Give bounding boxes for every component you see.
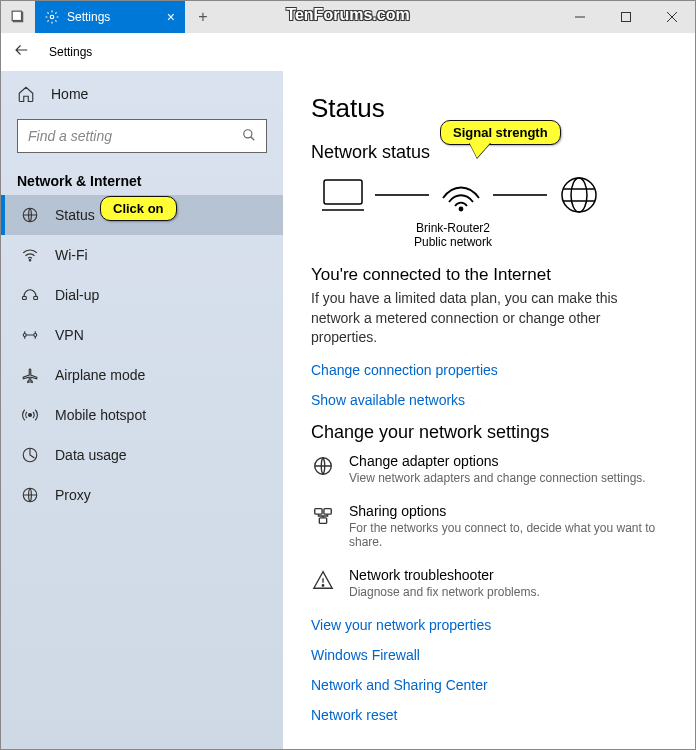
sidebar-item-label: VPN bbox=[55, 327, 84, 343]
svg-point-7 bbox=[244, 129, 252, 137]
link-view-network-properties[interactable]: View your network properties bbox=[311, 617, 667, 633]
svg-rect-18 bbox=[324, 180, 362, 204]
sidebar-item-dialup[interactable]: Dial-up bbox=[1, 275, 283, 315]
search-input[interactable] bbox=[28, 128, 242, 144]
sidebar-item-proxy[interactable]: Proxy bbox=[1, 475, 283, 515]
link-change-connection-properties[interactable]: Change connection properties bbox=[311, 362, 667, 378]
svg-point-10 bbox=[29, 260, 31, 262]
svg-rect-12 bbox=[34, 297, 38, 300]
network-diagram bbox=[311, 175, 667, 215]
settings-window: Settings × + Settings bbox=[0, 0, 696, 750]
sidebar-item-hotspot[interactable]: Mobile hotspot bbox=[1, 395, 283, 435]
svg-point-20 bbox=[562, 178, 596, 212]
network-status-heading: Network status bbox=[311, 142, 667, 163]
main-pane: Status Network status Brink-Router2 Publ… bbox=[283, 71, 695, 749]
sharing-icon bbox=[311, 503, 335, 549]
svg-point-21 bbox=[571, 178, 587, 212]
sidebar-home-label: Home bbox=[51, 86, 88, 102]
sidebar-section-header: Network & Internet bbox=[1, 167, 283, 195]
page-title: Status bbox=[311, 93, 667, 124]
svg-rect-23 bbox=[315, 508, 322, 514]
row-title: Network troubleshooter bbox=[349, 567, 667, 583]
hotspot-icon bbox=[21, 406, 39, 424]
row-desc: Diagnose and fix network problems. bbox=[349, 585, 667, 599]
dialup-icon bbox=[21, 286, 39, 304]
sidebar-item-wifi[interactable]: Wi-Fi bbox=[1, 235, 283, 275]
proxy-icon bbox=[21, 486, 39, 504]
sidebar-item-label: Proxy bbox=[55, 487, 91, 503]
status-icon bbox=[21, 206, 39, 224]
titlebar-left: Settings × + bbox=[1, 1, 221, 33]
computer-icon bbox=[319, 175, 367, 215]
svg-point-2 bbox=[50, 15, 54, 19]
wifi-signal-icon bbox=[437, 175, 485, 215]
data-usage-icon bbox=[21, 446, 39, 464]
svg-rect-4 bbox=[622, 13, 631, 22]
svg-rect-25 bbox=[319, 518, 326, 524]
airplane-icon bbox=[21, 366, 39, 384]
sidebar-item-datausage[interactable]: Data usage bbox=[1, 435, 283, 475]
connected-body: If you have a limited data plan, you can… bbox=[311, 289, 667, 348]
svg-rect-1 bbox=[12, 11, 21, 20]
row-title: Sharing options bbox=[349, 503, 667, 519]
sidebar-item-label: Wi-Fi bbox=[55, 247, 88, 263]
window-controls bbox=[557, 1, 695, 33]
content: Home Network & Internet Status Wi-Fi bbox=[1, 71, 695, 749]
svg-point-13 bbox=[23, 334, 26, 337]
link-network-reset[interactable]: Network reset bbox=[311, 707, 667, 723]
sidebar-item-status[interactable]: Status bbox=[1, 195, 283, 235]
close-button[interactable] bbox=[649, 1, 695, 33]
sidebar-item-label: Mobile hotspot bbox=[55, 407, 146, 423]
row-adapter-options[interactable]: Change adapter options View network adap… bbox=[311, 453, 667, 485]
link-show-available-networks[interactable]: Show available networks bbox=[311, 392, 667, 408]
header-title: Settings bbox=[49, 45, 92, 59]
adapter-icon bbox=[311, 453, 335, 485]
connected-title: You're connected to the Internet bbox=[311, 265, 667, 285]
row-desc: View network adapters and change connect… bbox=[349, 471, 667, 485]
svg-rect-24 bbox=[324, 508, 331, 514]
router-labels: Brink-Router2 Public network bbox=[373, 221, 533, 249]
sidebar-item-airplane[interactable]: Airplane mode bbox=[1, 355, 283, 395]
sidebar-home[interactable]: Home bbox=[1, 75, 283, 113]
svg-line-8 bbox=[251, 136, 255, 140]
svg-point-15 bbox=[29, 414, 32, 417]
sidebar-item-label: Airplane mode bbox=[55, 367, 145, 383]
svg-rect-11 bbox=[23, 297, 27, 300]
close-tab-icon[interactable]: × bbox=[167, 9, 175, 25]
diagram-line bbox=[375, 194, 429, 196]
wifi-icon bbox=[21, 246, 39, 264]
row-desc: For the networks you connect to, decide … bbox=[349, 521, 667, 549]
warning-icon bbox=[311, 567, 335, 599]
new-tab-button[interactable]: + bbox=[185, 1, 221, 33]
sidebar-item-label: Status bbox=[55, 207, 95, 223]
back-arrow-icon[interactable] bbox=[13, 41, 31, 63]
maximize-button[interactable] bbox=[603, 1, 649, 33]
sidebar-item-vpn[interactable]: VPN bbox=[1, 315, 283, 355]
svg-point-14 bbox=[34, 334, 37, 337]
globe-icon bbox=[555, 175, 603, 215]
svg-point-27 bbox=[322, 585, 323, 586]
home-icon bbox=[17, 85, 35, 103]
row-title: Change adapter options bbox=[349, 453, 667, 469]
sidebar-item-label: Dial-up bbox=[55, 287, 99, 303]
search-box[interactable] bbox=[17, 119, 267, 153]
search-icon bbox=[242, 128, 256, 145]
row-troubleshooter[interactable]: Network troubleshooter Diagnose and fix … bbox=[311, 567, 667, 599]
sidebar-item-label: Data usage bbox=[55, 447, 127, 463]
diagram-line bbox=[493, 194, 547, 196]
svg-point-19 bbox=[460, 208, 463, 211]
router-name: Brink-Router2 bbox=[373, 221, 533, 235]
link-network-sharing-center[interactable]: Network and Sharing Center bbox=[311, 677, 667, 693]
gear-icon bbox=[45, 10, 59, 24]
app-icon bbox=[1, 1, 35, 33]
link-windows-firewall[interactable]: Windows Firewall bbox=[311, 647, 667, 663]
header-row: Settings bbox=[1, 33, 695, 71]
network-type: Public network bbox=[373, 235, 533, 249]
vpn-icon bbox=[21, 326, 39, 344]
tab-label: Settings bbox=[67, 10, 110, 24]
sidebar: Home Network & Internet Status Wi-Fi bbox=[1, 71, 283, 749]
titlebar: Settings × + bbox=[1, 1, 695, 33]
row-sharing-options[interactable]: Sharing options For the networks you con… bbox=[311, 503, 667, 549]
minimize-button[interactable] bbox=[557, 1, 603, 33]
tab-settings[interactable]: Settings × bbox=[35, 1, 185, 33]
